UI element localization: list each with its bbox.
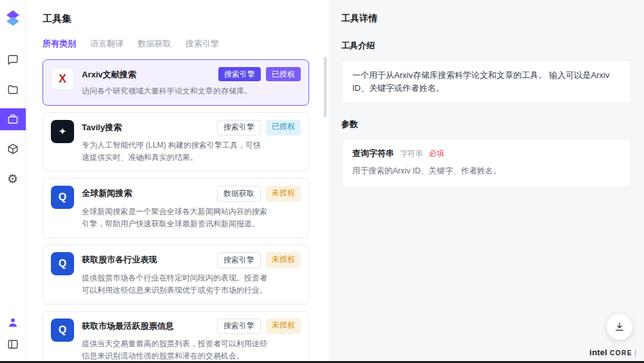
tool-badges: 数据获取 未授权: [217, 186, 301, 201]
scrollbar-thumb[interactable]: [324, 57, 327, 117]
tool-body: Arxiv文献搜索 搜索引擎 已授权 访问各个研究领域大量科学论文和文章的存储库…: [82, 67, 301, 98]
tool-head: 获取股市各行业表现 搜索引擎 未授权: [82, 252, 301, 268]
tool-name: 获取市场最活跃股票信息: [82, 319, 217, 332]
auth-status-badge: 未授权: [266, 186, 301, 201]
tool-name: Arxiv文献搜索: [82, 67, 218, 81]
tool-head: Arxiv文献搜索 搜索引擎 已授权: [82, 67, 301, 81]
param-card: 查询字符串 字符串 必填 用于搜索的Arxiv ID、关键字、作者姓名。: [341, 139, 631, 188]
tool-description: 全球新闻搜索是一个聚合全球各大新闻网站内容的搜索引擎，帮助用户快速获取全球最新资…: [82, 206, 267, 230]
auth-status-badge: 未授权: [266, 252, 301, 268]
tool-badges: 搜索引擎 已授权: [217, 120, 301, 135]
tool-badges: 搜索引擎 未授权: [217, 319, 301, 334]
tool-badges: 搜索引擎 已授权: [218, 67, 301, 81]
folder-icon: [7, 84, 19, 95]
tool-list-panel: 工具集 所有类别 语言翻译 数据获取 搜索引擎 X Arxiv文献搜索 搜索引擎…: [26, 0, 328, 363]
param-type: 字符串: [400, 148, 423, 159]
sidebar-item-tools[interactable]: [0, 108, 26, 130]
detail-title: 工具详情: [341, 13, 631, 25]
category-badge: 搜索引擎: [217, 252, 261, 268]
logo-gem-icon: [5, 10, 21, 26]
param-header: 查询字符串 字符串 必填: [352, 148, 620, 159]
sidebar-item-plugins[interactable]: [0, 138, 26, 160]
tool-name: Tavily搜索: [82, 120, 217, 133]
arxiv-x-icon: X: [51, 67, 74, 90]
tool-card[interactable]: Q 获取市场最活跃股票信息 搜索引擎 未授权 提供当天交易量最高的股票列表，投资…: [43, 311, 309, 363]
category-tabs: 所有类别 语言翻译 数据获取 搜索引擎: [43, 38, 309, 50]
tool-body: Tavily搜索 搜索引擎 已授权 专为人工智能代理 (LLM) 构建的搜索引擎…: [82, 120, 301, 164]
tool-head: 全球新闻搜索 数据获取 未授权: [82, 186, 301, 201]
briefcase-icon: [7, 113, 19, 125]
sidebar: ⚙: [0, 0, 26, 363]
stock-q-icon: Q: [51, 252, 74, 275]
category-badge: 搜索引擎: [217, 319, 261, 334]
param-description: 用于搜索的Arxiv ID、关键字、作者姓名。: [352, 165, 620, 177]
auth-status-badge: 已授权: [266, 120, 301, 135]
category-badge: 数据获取: [217, 186, 261, 201]
intro-section-title: 工具介绍: [341, 40, 631, 52]
tool-card-list: X Arxiv文献搜索 搜索引擎 已授权 访问各个研究领域大量科学论文和文章的存…: [43, 59, 309, 363]
news-q-icon: Q: [51, 186, 74, 209]
intel-core-logo: intel CORE: [589, 348, 636, 357]
tab-data-fetching[interactable]: 数据获取: [138, 38, 171, 50]
download-button[interactable]: [607, 314, 632, 340]
tab-language-translation[interactable]: 语言翻译: [90, 38, 124, 50]
app-logo[interactable]: [5, 9, 21, 27]
param-required-badge: 必填: [429, 148, 444, 159]
tool-head: Tavily搜索 搜索引擎 已授权: [82, 120, 301, 135]
auth-status-badge: 已授权: [266, 67, 301, 81]
tool-description: 提供当天交易量最高的股票列表，投资者可以利用这些信息来识别流动性强的股票和潜在的…: [82, 338, 267, 362]
panel-toggle-icon: [7, 338, 19, 350]
intro-card: 一个用于从Arxiv存储库搜索科学论文和文章的工具。 输入可以是Arxiv ID…: [341, 60, 631, 103]
tool-description: 专为人工智能代理 (LLM) 构建的搜索引擎工具，可快速提供实时、准确和真实的结…: [82, 139, 267, 164]
tool-card[interactable]: Q 全球新闻搜索 数据获取 未授权 全球新闻搜索是一个聚合全球各大新闻网站内容的…: [43, 178, 309, 238]
app-window: ⚙ 工具集 所有类别 语言翻译 数据获取 搜索引擎 X Arxiv文献搜索: [0, 0, 644, 363]
tool-card[interactable]: ✦ Tavily搜索 搜索引擎 已授权 专为人工智能代理 (LLM) 构建的搜索…: [43, 112, 309, 172]
tab-search-engine[interactable]: 搜索引擎: [185, 38, 219, 50]
sidebar-item-files[interactable]: [0, 79, 26, 101]
sidebar-item-chat[interactable]: [0, 49, 26, 71]
tool-body: 获取股市各行业表现 搜索引擎 未授权 提供股票市场各个行业在特定时间段内的表现。…: [82, 252, 301, 297]
tool-description: 提供股票市场各个行业在特定时间段内的表现。投资者可以利用这些信息来识别表现优于或…: [82, 272, 267, 297]
param-name: 查询字符串: [352, 148, 394, 159]
sidebar-item-panel-toggle[interactable]: [0, 335, 26, 354]
user-icon: [7, 317, 19, 328]
auth-status-badge: 未授权: [266, 319, 301, 334]
cube-icon: [7, 143, 19, 155]
core-wordmark: CORE: [610, 349, 636, 357]
download-icon: [614, 321, 625, 333]
tool-description: 访问各个研究领域大量科学论文和文章的存储库。: [82, 85, 267, 97]
tool-detail-panel: 工具详情 工具介绍 一个用于从Arxiv存储库搜索科学论文和文章的工具。 输入可…: [328, 0, 644, 363]
tool-name: 全球新闻搜索: [82, 186, 217, 199]
params-section-title: 参数: [341, 119, 631, 130]
intro-text: 一个用于从Arxiv存储库搜索科学论文和文章的工具。 输入可以是Arxiv ID…: [352, 69, 620, 94]
tavily-star-icon: ✦: [51, 120, 74, 143]
tool-card[interactable]: X Arxiv文献搜索 搜索引擎 已授权 访问各个研究领域大量科学论文和文章的存…: [43, 59, 309, 106]
category-badge: 搜索引擎: [217, 120, 261, 135]
category-badge: 搜索引擎: [218, 67, 261, 81]
tool-badges: 搜索引擎 未授权: [217, 252, 301, 268]
tool-card[interactable]: Q 获取股市各行业表现 搜索引擎 未授权 提供股票市场各个行业在特定时间段内的表…: [43, 244, 309, 304]
sidebar-nav: ⚙: [0, 49, 25, 197]
sidebar-item-settings[interactable]: ⚙: [0, 168, 26, 190]
tool-name: 获取股市各行业表现: [82, 252, 217, 266]
intel-wordmark: intel: [589, 348, 607, 357]
sidebar-item-user[interactable]: [0, 313, 26, 332]
stock-q-icon: Q: [51, 319, 74, 342]
tab-all-categories[interactable]: 所有类别: [43, 38, 76, 50]
page-title: 工具集: [43, 13, 309, 25]
chat-icon: [7, 54, 19, 66]
tool-body: 全球新闻搜索 数据获取 未授权 全球新闻搜索是一个聚合全球各大新闻网站内容的搜索…: [82, 186, 301, 230]
gear-icon: ⚙: [7, 173, 18, 185]
sidebar-bottom: [0, 313, 26, 363]
tool-body: 获取市场最活跃股票信息 搜索引擎 未授权 提供当天交易量最高的股票列表，投资者可…: [82, 319, 301, 363]
tool-head: 获取市场最活跃股票信息 搜索引擎 未授权: [82, 319, 301, 334]
